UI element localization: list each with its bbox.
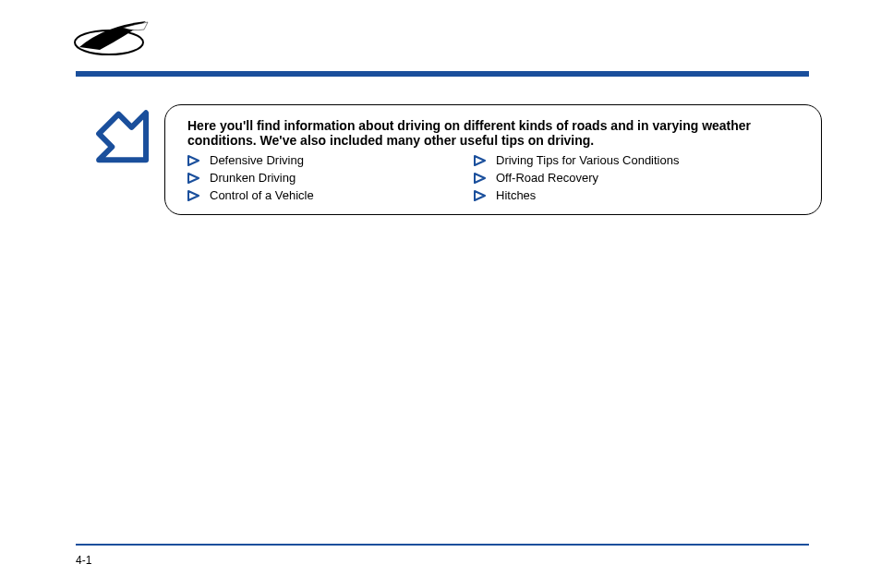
section-intro-box: Here you'll find information about drivi… [164, 104, 822, 215]
topic-list-left: Defensive Driving Drunken Driving Contro… [187, 153, 474, 202]
list-item-label: Defensive Driving [210, 153, 304, 167]
header-divider [76, 71, 809, 77]
box-heading: Here you'll find information about drivi… [187, 118, 799, 148]
arrow-callout-icon [87, 103, 166, 186]
list-item: Control of a Vehicle [187, 188, 474, 202]
bullet-icon [474, 190, 487, 201]
page-number: 4-1 [76, 554, 91, 567]
footer-divider [76, 544, 809, 546]
bullet-icon [187, 173, 200, 184]
list-item: Drunken Driving [187, 171, 474, 185]
list-item-label: Drunken Driving [210, 171, 296, 185]
bullet-icon [187, 190, 200, 201]
brand-logo [72, 17, 155, 65]
list-item: Hitches [474, 188, 778, 202]
topic-list-right: Driving Tips for Various Conditions Off-… [474, 153, 778, 202]
list-item: Off-Road Recovery [474, 171, 778, 185]
bullet-icon [187, 155, 200, 166]
bullet-icon [474, 155, 487, 166]
bullet-icon [474, 173, 487, 184]
list-item: Driving Tips for Various Conditions [474, 153, 778, 167]
list-item-label: Off-Road Recovery [496, 171, 598, 185]
list-item-label: Control of a Vehicle [210, 188, 314, 202]
list-item-label: Hitches [496, 188, 536, 202]
list-item: Defensive Driving [187, 153, 474, 167]
list-item-label: Driving Tips for Various Conditions [496, 153, 679, 167]
